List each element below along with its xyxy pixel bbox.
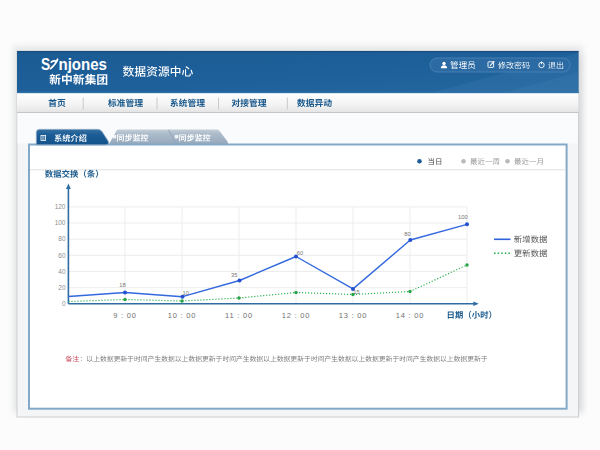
svg-text:80: 80 (58, 235, 66, 242)
svg-text:60: 60 (297, 250, 303, 256)
svg-text:15: 15 (353, 289, 359, 295)
svg-text:20: 20 (58, 284, 66, 291)
svg-text:100: 100 (55, 219, 66, 226)
svg-text:12 : 00: 12 : 00 (282, 311, 311, 320)
svg-text:10 : 00: 10 : 00 (168, 311, 197, 320)
svg-text:10: 10 (182, 290, 188, 296)
svg-text:40: 40 (58, 268, 66, 275)
svg-text:80: 80 (404, 231, 410, 237)
svg-text:0: 0 (62, 300, 66, 307)
svg-text:njones: njones (59, 55, 108, 73)
svg-text:100: 100 (458, 214, 468, 220)
svg-text:13 : 00: 13 : 00 (339, 311, 368, 320)
svg-text:60: 60 (58, 252, 66, 259)
svg-text:35: 35 (231, 272, 237, 278)
svg-text:14 : 00: 14 : 00 (396, 311, 425, 320)
svg-text:120: 120 (55, 203, 66, 210)
svg-text:S: S (41, 55, 50, 73)
svg-text:9 : 00: 9 : 00 (113, 311, 137, 320)
svg-text:11 : 00: 11 : 00 (225, 311, 253, 320)
svg-text:18: 18 (119, 282, 125, 288)
